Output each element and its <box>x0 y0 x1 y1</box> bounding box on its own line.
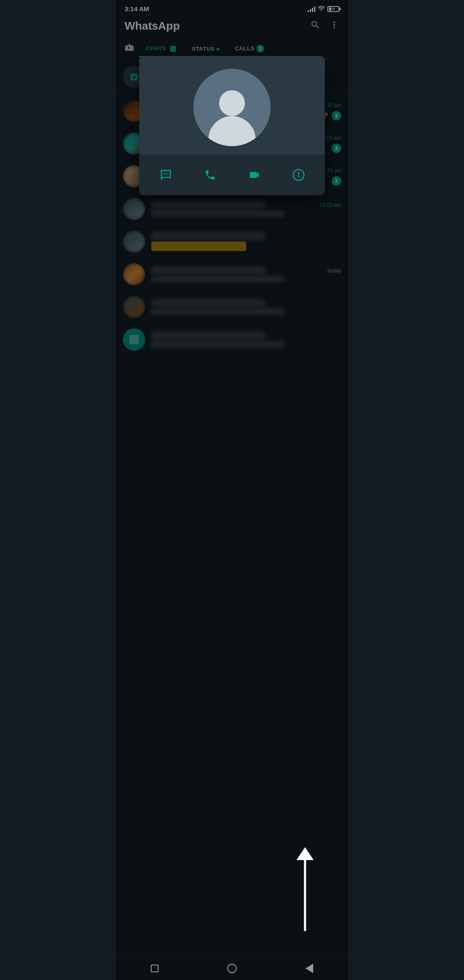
arrow-annotation <box>288 845 322 941</box>
avatar-head <box>219 90 245 116</box>
contact-popup <box>139 56 325 195</box>
contact-avatar-section <box>139 56 325 155</box>
phone-icon <box>200 165 220 185</box>
info-icon <box>289 165 308 185</box>
video-action-button[interactable] <box>238 162 271 188</box>
message-action-button[interactable] <box>149 162 183 188</box>
arrow-svg <box>288 845 322 940</box>
svg-marker-4 <box>296 847 314 860</box>
contact-actions <box>139 155 325 195</box>
call-action-button[interactable] <box>193 162 227 188</box>
contact-overlay[interactable] <box>116 0 348 980</box>
contact-avatar-large <box>193 69 271 146</box>
message-icon <box>156 165 176 185</box>
video-icon <box>244 165 264 185</box>
info-action-button[interactable] <box>282 162 315 188</box>
